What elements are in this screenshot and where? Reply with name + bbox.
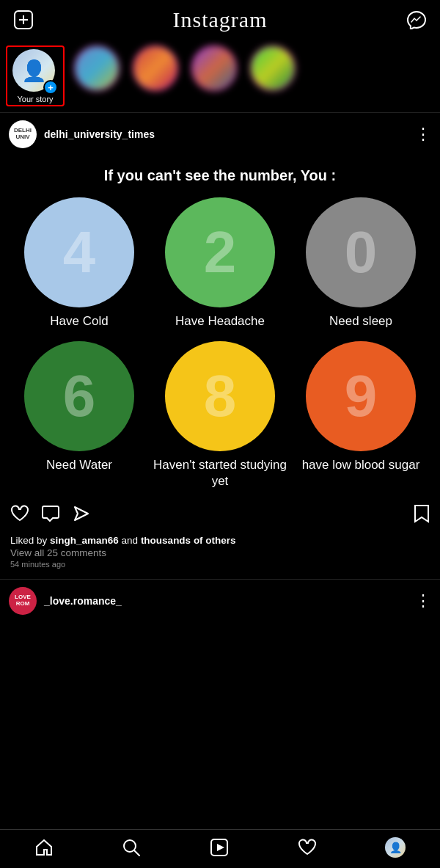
profile-avatar: 👤: [385, 837, 406, 858]
story-ring-3: [191, 45, 237, 91]
home-nav-item[interactable]: [34, 838, 54, 857]
circle-label-5: Haven't started studying yet: [153, 457, 287, 489]
post-timestamp: 54 minutes ago: [10, 560, 430, 569]
circle-2: 2: [165, 197, 275, 307]
circle-1: 4: [24, 197, 134, 307]
profile-nav-item[interactable]: 👤: [385, 837, 406, 858]
circle-label-4: Need Water: [46, 457, 112, 473]
post-more-button[interactable]: ⋮: [415, 125, 431, 144]
circle-item-6: 9 have low blood sugar: [293, 341, 428, 489]
post-2-header-left: LOVEROM _love.romance_: [9, 587, 122, 615]
circles-grid: 4 Have Cold 2 Have Headache 0 Need sleep…: [6, 197, 434, 489]
svg-line-4: [134, 850, 139, 856]
circle-label-6: have low blood sugar: [302, 457, 420, 473]
post-2-avatar: LOVEROM: [9, 587, 37, 615]
add-story-button[interactable]: +: [43, 80, 58, 95]
post-meta: Liked by singh_aman66 and thousands of o…: [0, 535, 440, 579]
circle-label-2: Have Headache: [175, 313, 265, 329]
your-story-item[interactable]: 👤 + Your story: [6, 45, 65, 106]
story-item-2[interactable]: [129, 45, 182, 106]
post-2-header: LOVEROM _love.romance_ ⋮: [0, 579, 440, 622]
share-button[interactable]: [72, 505, 91, 527]
post-2-more-button[interactable]: ⋮: [415, 591, 431, 610]
circle-5: 8: [165, 341, 275, 451]
circle-4: 6: [24, 341, 134, 451]
your-story-label: Your story: [17, 95, 53, 103]
stories-bar: 👤 + Your story: [0, 40, 440, 113]
story-ring-4: [250, 45, 296, 91]
add-post-icon[interactable]: [12, 8, 35, 32]
circle-3: 0: [306, 197, 416, 307]
post-1: DELHIUNIV delhi_university_times ⋮ If yo…: [0, 113, 440, 579]
story-ring-2: [133, 45, 178, 91]
post-title: If you can't see the number, You :: [6, 167, 434, 184]
circle-label-1: Have Cold: [50, 313, 108, 329]
circle-item-4: 6 Need Water: [12, 341, 147, 489]
post-2-username[interactable]: _love.romance_: [44, 595, 122, 607]
circle-item-3: 0 Need sleep: [293, 197, 428, 329]
post-header-left: DELHIUNIV delhi_university_times: [9, 120, 155, 148]
app-title: Instagram: [173, 7, 268, 32]
post-avatar: DELHIUNIV: [9, 120, 37, 148]
story-item-4[interactable]: [246, 45, 299, 106]
circle-item-2: 2 Have Headache: [153, 197, 287, 329]
save-button[interactable]: [414, 504, 430, 528]
liker-others: thousands of others: [141, 535, 236, 546]
story-item-1[interactable]: [70, 45, 123, 106]
bottom-nav: 👤: [0, 829, 440, 868]
like-button[interactable]: [10, 505, 29, 527]
svg-marker-6: [217, 844, 224, 851]
circle-item-1: 4 Have Cold: [12, 197, 147, 329]
liker-name[interactable]: singh_aman66: [50, 535, 119, 546]
liked-by: Liked by singh_aman66 and thousands of o…: [10, 535, 430, 546]
post-actions-left: [10, 505, 91, 527]
circle-item-5: 8 Haven't started studying yet: [153, 341, 287, 489]
post-header: DELHIUNIV delhi_university_times ⋮: [0, 113, 440, 156]
circle-6: 9: [306, 341, 416, 451]
view-comments[interactable]: View all 25 comments: [10, 547, 430, 558]
top-nav: Instagram: [0, 0, 440, 40]
story-ring-1: [74, 45, 120, 91]
post-username[interactable]: delhi_university_times: [44, 128, 155, 140]
your-story-ring: 👤 +: [12, 49, 58, 95]
messenger-icon[interactable]: [405, 8, 428, 32]
post-actions: [0, 497, 440, 535]
heart-nav-item[interactable]: [298, 839, 317, 856]
story-item-3[interactable]: [188, 45, 241, 106]
post-content: If you can't see the number, You : 4 Hav…: [0, 156, 440, 497]
comment-button[interactable]: [41, 505, 60, 527]
search-nav-item[interactable]: [122, 838, 141, 857]
circle-label-3: Need sleep: [329, 313, 392, 329]
reels-nav-item[interactable]: [210, 838, 229, 857]
